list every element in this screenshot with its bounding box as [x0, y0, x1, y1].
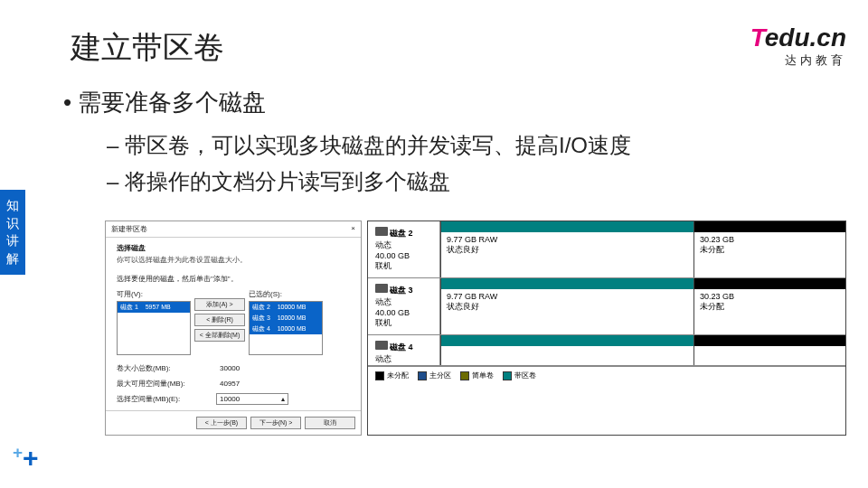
disk-icon — [375, 227, 388, 236]
unalloc-bar — [694, 278, 845, 289]
max-label: 最大可用空间量(MB): — [117, 379, 216, 389]
choose-label: 选择空间量(MB)(E): — [117, 394, 216, 404]
wizard-dialog: 新建带区卷 × 选择磁盘 你可以选择磁盘并为此卷设置磁盘大小。 选择要使用的磁盘… — [105, 221, 362, 436]
bullet-sub-1: 带区卷，可以实现多块磁盘的并发读写、提高I/O速度 — [107, 131, 631, 160]
partition-striped[interactable]: 9.77 GB RAW状态良好 — [440, 221, 693, 277]
list-item[interactable]: 磁盘 2 10000 MB — [250, 302, 322, 313]
remove-button[interactable]: < 删除(R) — [194, 314, 245, 326]
spinner-icon[interactable]: ▴ — [281, 395, 285, 403]
list-item[interactable]: 磁盘 3 10000 MB — [250, 313, 322, 324]
list-item[interactable]: 磁盘 1 5957 MB — [118, 302, 190, 313]
partition-unallocated[interactable]: 30.23 GB未分配 — [693, 221, 845, 277]
corner-icon: ++ — [13, 443, 39, 474]
bullet-main: 需要准备多个磁盘 — [63, 87, 266, 118]
disk-type: 动态 — [375, 296, 432, 308]
swatch-unalloc — [375, 371, 384, 380]
partition-striped[interactable]: 9.77 GB RAW状态良好 — [440, 278, 693, 334]
close-icon[interactable]: × — [351, 224, 355, 234]
disk-manager: 磁盘 2 动态 40.00 GB 联机 9.77 GB RAW状态良好 30.2… — [367, 221, 846, 436]
brand-logo: Tedu.cn 达内教育 — [750, 25, 846, 69]
swatch-striped — [503, 371, 512, 380]
available-label: 可用(V): — [117, 289, 191, 299]
dialog-note: 你可以选择磁盘并为此卷设置磁盘大小。 — [117, 255, 350, 265]
total-value: 30000 — [216, 362, 288, 374]
next-button[interactable]: 下一步(N) > — [250, 417, 301, 429]
max-value: 40957 — [216, 378, 288, 389]
dialog-title: 新建带区卷 — [111, 224, 147, 234]
add-button[interactable]: 添加(A) > — [194, 298, 245, 311]
disk-name: 磁盘 4 — [390, 343, 413, 352]
selected-list[interactable]: 磁盘 2 10000 MB 磁盘 3 10000 MB 磁盘 4 10000 M… — [249, 301, 323, 355]
side-tag: 知识讲解 — [0, 190, 25, 275]
partition-unallocated[interactable] — [693, 335, 845, 365]
bullet-sub-2: 将操作的文档分片读写到多个磁盘 — [107, 167, 450, 196]
remove-all-button[interactable]: < 全部删除(M) — [194, 329, 245, 342]
disk-icon — [375, 341, 388, 350]
legend: 未分配 主分区 简单卷 带区卷 — [368, 366, 845, 384]
disk-row: 磁盘 3 动态 40.00 GB 联机 9.77 GB RAW状态良好 30.2… — [368, 278, 845, 335]
dialog-instruction: 选择要使用的磁盘，然后单击"添加"。 — [117, 274, 350, 284]
disk-type: 动态 — [375, 353, 432, 365]
unalloc-bar — [694, 221, 845, 232]
size-input[interactable]: 10000▴ — [216, 393, 288, 405]
disk-name: 磁盘 2 — [390, 229, 413, 238]
dialog-heading: 选择磁盘 — [117, 243, 350, 253]
disk-row: 磁盘 2 动态 40.00 GB 联机 9.77 GB RAW状态良好 30.2… — [368, 221, 845, 278]
partition-striped[interactable] — [440, 335, 693, 365]
disk-row: 磁盘 4 动态 — [368, 335, 845, 366]
disk-size: 40.00 GB — [375, 308, 432, 317]
cancel-button[interactable]: 取消 — [305, 417, 355, 429]
list-item[interactable]: 磁盘 4 10000 MB — [250, 324, 322, 334]
disk-size: 40.00 GB — [375, 251, 432, 260]
unalloc-bar — [694, 335, 845, 346]
stripe-bar — [441, 278, 693, 289]
stripe-bar — [441, 221, 693, 232]
available-list[interactable]: 磁盘 1 5957 MB — [117, 301, 191, 355]
disk-status: 联机 — [375, 260, 432, 272]
partition-unallocated[interactable]: 30.23 GB未分配 — [693, 278, 845, 334]
stripe-bar — [441, 335, 693, 346]
disk-status: 联机 — [375, 317, 432, 329]
swatch-primary — [418, 371, 427, 380]
swatch-simple — [460, 371, 469, 380]
selected-label: 已选的(S): — [249, 289, 323, 299]
disk-type: 动态 — [375, 239, 432, 251]
prev-button[interactable]: < 上一步(B) — [196, 417, 247, 429]
slide-title: 建立带区卷 — [71, 27, 224, 69]
disk-name: 磁盘 3 — [390, 286, 413, 295]
total-label: 卷大小总数(MB): — [117, 363, 216, 373]
disk-icon — [375, 284, 388, 293]
